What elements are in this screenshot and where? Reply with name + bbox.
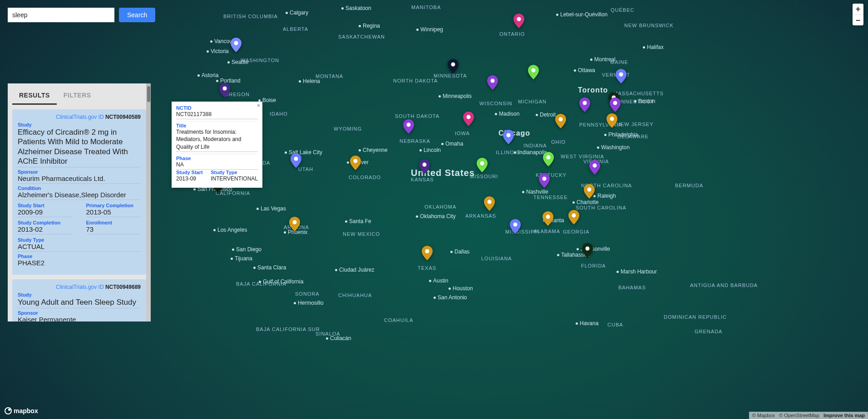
- map-pin[interactable]: [539, 173, 550, 188]
- zoom-controls: + −: [853, 4, 863, 25]
- region-label: BAJA CALIFORNIA SUR: [256, 326, 320, 332]
- result-card[interactable]: ClinicalTrials.gov ID NCT00940589 Study …: [12, 109, 146, 275]
- map-pin[interactable]: [219, 83, 230, 97]
- val-phase: PHASE2: [18, 259, 141, 268]
- map-pin[interactable]: [555, 114, 566, 128]
- map-pin[interactable]: [607, 113, 617, 128]
- svg-point-22: [572, 214, 576, 218]
- map-pin[interactable]: [513, 14, 524, 28]
- city-label: Saskatoon: [341, 5, 371, 11]
- svg-point-2: [294, 157, 298, 161]
- popup-nctid: NCT02117388: [176, 111, 258, 119]
- svg-point-15: [513, 223, 518, 227]
- mapbox-logo: mapbox: [5, 407, 38, 414]
- city-label: Santa Fe: [345, 218, 371, 224]
- label-phase: Phase: [18, 253, 141, 259]
- region-label: TEXAS: [418, 265, 436, 271]
- zoom-in-button[interactable]: +: [853, 4, 863, 15]
- label-enroll: Enrollment: [86, 220, 141, 225]
- svg-point-21: [559, 117, 563, 122]
- map-pin[interactable]: [616, 69, 626, 83]
- region-label: SONORA: [295, 291, 320, 297]
- region-label: WYOMING: [334, 126, 362, 132]
- svg-point-14: [507, 133, 511, 137]
- tab-results[interactable]: RESULTS: [12, 83, 57, 105]
- svg-point-29: [613, 101, 617, 105]
- city-label: Philadelphia: [604, 132, 638, 138]
- svg-point-9: [451, 63, 455, 67]
- map-popup: × NCTID NCT02117388 Title Treatments for…: [172, 102, 262, 188]
- scrollbar-thumb[interactable]: [147, 86, 150, 102]
- region-label: WEST VIRGINIA: [561, 154, 604, 159]
- label-study: Study: [18, 292, 141, 297]
- card-id-row: ClinicalTrials.gov ID NCT00949689: [18, 284, 141, 290]
- map-pin[interactable]: [579, 97, 590, 112]
- svg-point-12: [488, 200, 492, 204]
- search-button[interactable]: Search: [119, 8, 155, 22]
- region-label: NEW MEXICO: [343, 231, 380, 237]
- city-label: Washington: [597, 144, 630, 151]
- map-pin[interactable]: [448, 59, 459, 73]
- popup-title-label: Title: [176, 121, 258, 128]
- popup-close-icon[interactable]: ×: [257, 102, 260, 109]
- label-pcomp: Primary Completion: [86, 203, 141, 208]
- svg-point-13: [491, 79, 495, 83]
- svg-point-23: [583, 101, 587, 105]
- svg-point-24: [587, 188, 592, 192]
- val-scomp: 2013-02: [18, 225, 73, 234]
- map-pin[interactable]: [484, 196, 495, 211]
- panel-tabs: RESULTS FILTERS: [8, 83, 151, 105]
- map-pin[interactable]: [463, 112, 474, 126]
- map-pin[interactable]: [543, 152, 554, 166]
- map-pin[interactable]: [584, 184, 595, 199]
- region-label: Bahamas: [618, 285, 646, 290]
- map-pin[interactable]: [503, 130, 514, 144]
- city-label: Marsh Harbour: [616, 268, 657, 275]
- map-pin[interactable]: [419, 159, 430, 174]
- tab-filters[interactable]: FILTERS: [57, 83, 98, 105]
- map-pin[interactable]: [403, 119, 414, 134]
- map-pin[interactable]: [487, 75, 498, 90]
- map-pin[interactable]: [610, 97, 621, 112]
- city-label: San Antonio: [434, 294, 467, 301]
- attrib-mapbox[interactable]: © Mapbox: [752, 413, 775, 418]
- region-label: TENNESSEE: [533, 195, 568, 200]
- search-bar: Search: [8, 8, 155, 22]
- region-label: NORTH DAKOTA: [393, 78, 438, 83]
- svg-point-26: [593, 164, 597, 168]
- map-pin[interactable]: [582, 243, 593, 258]
- svg-point-20: [546, 215, 550, 219]
- map-pin[interactable]: [589, 160, 600, 175]
- city-label: Lebel-sur-Quévillon: [556, 11, 607, 18]
- city-label: Madison: [495, 111, 519, 117]
- map-pin[interactable]: [231, 38, 242, 52]
- svg-point-0: [234, 41, 238, 45]
- zoom-out-button[interactable]: −: [853, 15, 863, 25]
- result-card[interactable]: ClinicalTrials.gov ID NCT00949689 Study …: [12, 279, 146, 322]
- city-label: Halifax: [643, 44, 664, 50]
- svg-point-18: [542, 177, 547, 181]
- attrib-osm[interactable]: © OpenStreetMap: [779, 413, 819, 418]
- popup-type-label: Study Type: [211, 170, 258, 175]
- svg-point-5: [293, 220, 297, 224]
- city-label: Indianapolis: [514, 149, 547, 156]
- map-pin[interactable]: [568, 210, 579, 224]
- region-label: ALBERTA: [283, 26, 308, 32]
- city-label: Seattle: [227, 59, 248, 65]
- map-pin[interactable]: [422, 246, 433, 260]
- label-study: Study: [18, 122, 141, 127]
- map-pin[interactable]: [291, 153, 301, 168]
- city-label: Omaha: [441, 141, 463, 147]
- mapbox-text: mapbox: [14, 407, 38, 414]
- map-pin[interactable]: [528, 65, 539, 79]
- region-label: INDIANA: [523, 143, 547, 148]
- map-pin[interactable]: [542, 211, 553, 226]
- attrib-improve[interactable]: Improve this map: [824, 413, 865, 418]
- map-pin[interactable]: [289, 217, 300, 231]
- city-label: Havana: [576, 320, 598, 326]
- region-label: SOUTH DAKOTA: [395, 113, 439, 119]
- map-pin[interactable]: [510, 219, 521, 234]
- map-pin[interactable]: [350, 156, 361, 170]
- map-pin[interactable]: [477, 158, 488, 172]
- search-input[interactable]: [8, 8, 114, 22]
